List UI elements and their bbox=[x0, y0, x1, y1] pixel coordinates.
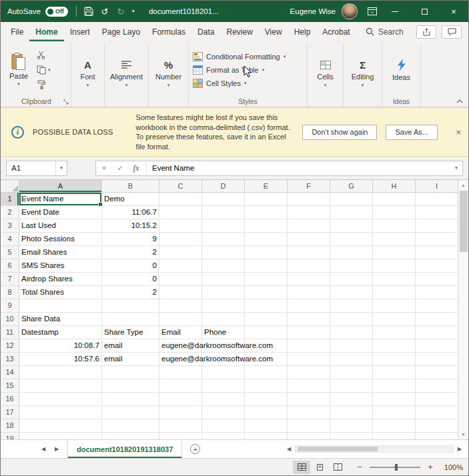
cell-I4[interactable] bbox=[416, 233, 458, 246]
cell-C9[interactable] bbox=[159, 299, 202, 313]
redo-button[interactable]: ↻ bbox=[113, 1, 129, 22]
cell-F17[interactable] bbox=[288, 406, 330, 419]
cells-group[interactable]: Cells ▾ bbox=[308, 43, 344, 107]
row-header-16[interactable]: 16 bbox=[1, 393, 19, 406]
tab-page-layo[interactable]: Page Layo bbox=[96, 22, 146, 41]
tab-home[interactable]: Home bbox=[29, 22, 63, 41]
cell-G8[interactable] bbox=[330, 286, 373, 299]
cell-D19[interactable] bbox=[202, 433, 245, 439]
row-header-11[interactable]: 11 bbox=[1, 326, 19, 339]
cell-I10[interactable] bbox=[416, 313, 458, 326]
cell-G17[interactable] bbox=[330, 406, 373, 419]
cell-B6[interactable]: 0 bbox=[102, 259, 159, 273]
cell-E19[interactable] bbox=[245, 433, 288, 439]
cell-G1[interactable] bbox=[330, 193, 373, 206]
cell-E4[interactable] bbox=[245, 233, 288, 246]
cell-G4[interactable] bbox=[330, 233, 373, 246]
cell-B9[interactable] bbox=[102, 299, 159, 313]
minimize-button[interactable] bbox=[380, 1, 410, 22]
format-as-table-button[interactable]: Format as Table ▾ bbox=[193, 65, 306, 75]
cell-D15[interactable] bbox=[202, 379, 245, 393]
row-header-13[interactable]: 13 bbox=[1, 353, 19, 366]
zoom-level[interactable]: 100% bbox=[440, 463, 463, 471]
cell-C14[interactable] bbox=[159, 366, 202, 379]
clipboard-dialog-launcher[interactable] bbox=[63, 99, 69, 105]
cell-D5[interactable] bbox=[202, 246, 245, 259]
tab-acrobat[interactable]: Acrobat bbox=[316, 22, 356, 41]
cell-G6[interactable] bbox=[330, 259, 373, 273]
cell-B2[interactable]: 11:06.7 bbox=[102, 206, 159, 219]
zoom-in-button[interactable]: + bbox=[426, 462, 434, 472]
cell-G18[interactable] bbox=[330, 419, 373, 433]
row-header-17[interactable]: 17 bbox=[1, 406, 19, 419]
cell-F3[interactable] bbox=[288, 219, 330, 233]
cell-A15[interactable] bbox=[19, 379, 102, 393]
cancel-button[interactable]: × bbox=[96, 164, 112, 172]
row-header-2[interactable]: 2 bbox=[1, 206, 19, 219]
cell-I6[interactable] bbox=[416, 259, 458, 273]
zoom-out-button[interactable]: − bbox=[356, 462, 364, 472]
cell-E10[interactable] bbox=[245, 313, 288, 326]
cell-G7[interactable] bbox=[330, 273, 373, 286]
column-header-E[interactable]: E bbox=[245, 180, 288, 193]
cell-F6[interactable] bbox=[288, 259, 330, 273]
cell-I8[interactable] bbox=[416, 286, 458, 299]
cell-F5[interactable] bbox=[288, 246, 330, 259]
cell-I1[interactable] bbox=[416, 193, 458, 206]
horizontal-scrollbar-thumb[interactable] bbox=[298, 447, 378, 451]
row-header-19[interactable]: 19 bbox=[1, 433, 19, 439]
cell-H12[interactable] bbox=[373, 339, 416, 353]
cell-I17[interactable] bbox=[416, 406, 458, 419]
column-header-H[interactable]: H bbox=[373, 180, 416, 193]
cell-H7[interactable] bbox=[373, 273, 416, 286]
row-header-9[interactable]: 9 bbox=[1, 299, 19, 313]
column-header-G[interactable]: G bbox=[330, 180, 373, 193]
row-header-4[interactable]: 4 bbox=[1, 233, 19, 246]
column-header-I[interactable]: I bbox=[416, 180, 458, 193]
cell-A7[interactable]: Airdrop Shares bbox=[19, 273, 102, 286]
cell-A18[interactable] bbox=[19, 419, 102, 433]
row-header-3[interactable]: 3 bbox=[1, 219, 19, 233]
column-header-C[interactable]: C bbox=[159, 180, 202, 193]
cell-E9[interactable] bbox=[245, 299, 288, 313]
cell-G5[interactable] bbox=[330, 246, 373, 259]
cell-A19[interactable] bbox=[19, 433, 102, 439]
cell-G13[interactable] bbox=[330, 353, 373, 366]
zoom-slider-thumb[interactable] bbox=[395, 464, 398, 471]
vertical-scrollbar-thumb[interactable] bbox=[460, 191, 468, 252]
cell-F1[interactable] bbox=[288, 193, 330, 206]
cell-F4[interactable] bbox=[288, 233, 330, 246]
cell-E18[interactable] bbox=[245, 419, 288, 433]
cell-G16[interactable] bbox=[330, 393, 373, 406]
cell-A17[interactable] bbox=[19, 406, 102, 419]
cell-H18[interactable] bbox=[373, 419, 416, 433]
new-sheet-button[interactable]: + bbox=[190, 444, 200, 454]
cell-F15[interactable] bbox=[288, 379, 330, 393]
cell-C17[interactable] bbox=[159, 406, 202, 419]
row-header-1[interactable]: 1 bbox=[1, 193, 19, 206]
copy-button[interactable]: ▾ bbox=[37, 65, 51, 75]
cell-A9[interactable] bbox=[19, 299, 102, 313]
cell-A8[interactable]: Total Shares bbox=[19, 286, 102, 299]
cell-I9[interactable] bbox=[416, 299, 458, 313]
page-break-view-button[interactable] bbox=[329, 461, 346, 474]
cell-D6[interactable] bbox=[202, 259, 245, 273]
name-box-caret-icon[interactable]: ▾ bbox=[55, 161, 67, 175]
cell-H14[interactable] bbox=[373, 366, 416, 379]
cell-E1[interactable] bbox=[245, 193, 288, 206]
cell-D1[interactable] bbox=[202, 193, 245, 206]
user-avatar[interactable] bbox=[342, 3, 358, 19]
cell-B19[interactable] bbox=[102, 433, 159, 439]
cell-C3[interactable] bbox=[159, 219, 202, 233]
cell-I7[interactable] bbox=[416, 273, 458, 286]
font-group[interactable]: A Font ▾ bbox=[71, 43, 105, 107]
row-header-18[interactable]: 18 bbox=[1, 419, 19, 433]
column-header-D[interactable]: D bbox=[202, 180, 245, 193]
tab-formulas[interactable]: Formulas bbox=[146, 22, 191, 41]
cell-H9[interactable] bbox=[373, 299, 416, 313]
cell-F13[interactable] bbox=[288, 353, 330, 366]
hscroll-right-icon[interactable]: ▶ bbox=[454, 446, 466, 452]
cell-D9[interactable] bbox=[202, 299, 245, 313]
cell-A5[interactable]: Email Shares bbox=[19, 246, 102, 259]
autosave-toggle[interactable]: Off bbox=[45, 7, 68, 17]
